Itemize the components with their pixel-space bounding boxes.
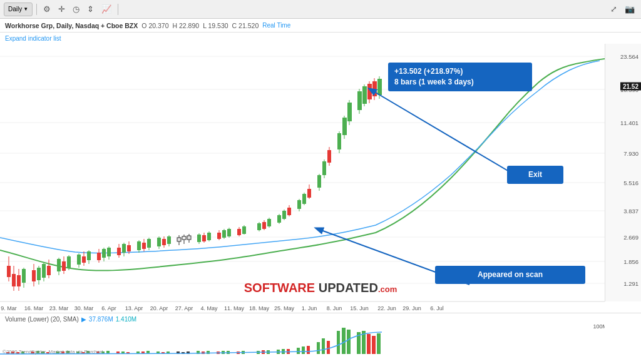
expand-icon[interactable]: ⤢ <box>608 3 620 16</box>
svg-rect-94 <box>282 211 286 219</box>
svg-rect-30 <box>62 261 66 271</box>
settings-icon[interactable]: ⚙ <box>41 3 53 16</box>
compare-icon[interactable]: ⇕ <box>85 3 96 16</box>
svg-rect-189 <box>317 342 320 354</box>
svg-rect-58 <box>157 238 161 246</box>
svg-rect-44 <box>107 248 111 256</box>
svg-rect-70 <box>197 235 201 242</box>
svg-text:25. May: 25. May <box>274 305 295 311</box>
svg-rect-32 <box>67 256 71 268</box>
svg-rect-187 <box>302 346 305 354</box>
svg-rect-26 <box>47 266 51 275</box>
svg-rect-22 <box>37 268 41 280</box>
volume-value1: 37.876M <box>89 316 113 323</box>
svg-rect-34 <box>77 255 81 265</box>
svg-text:11. May: 11. May <box>224 305 245 311</box>
svg-rect-116 <box>357 91 362 110</box>
svg-text:1. Jun: 1. Jun <box>302 305 317 311</box>
svg-rect-18 <box>22 269 26 283</box>
svg-rect-106 <box>322 161 326 175</box>
svg-rect-48 <box>122 244 126 253</box>
chart-info-bar: Workhorse Grp, Daily, Nasdaq + Cboe BZX … <box>0 19 641 33</box>
volume-icon: ▶ <box>81 316 86 323</box>
gain-line1: +13.502 (+218.97%) <box>394 66 526 77</box>
svg-rect-56 <box>147 239 151 248</box>
svg-text:20. Apr: 20. Apr <box>150 305 168 311</box>
svg-rect-92 <box>277 215 281 223</box>
y-label-1: 23.564 <box>620 53 638 60</box>
svg-rect-124 <box>377 79 382 95</box>
candlesticks <box>7 76 382 291</box>
expand-indicator-link[interactable]: Expand indicator list <box>0 33 641 44</box>
exit-arrow <box>369 89 526 181</box>
svg-rect-96 <box>287 208 291 215</box>
svg-rect-197 <box>367 334 371 354</box>
svg-rect-78 <box>222 230 226 238</box>
svg-rect-64 <box>177 238 181 241</box>
svg-text:22. Jun: 22. Jun <box>377 305 396 311</box>
svg-rect-118 <box>362 86 367 104</box>
toolbar-right: ⤢ 📷 <box>608 3 637 16</box>
period-arrow: ▼ <box>23 6 28 12</box>
svg-rect-193 <box>342 328 346 354</box>
volume-label: Volume (Lower) (20, SMA) <box>5 316 79 323</box>
watermark: SOFTWARE UPDATED.com <box>244 281 397 295</box>
y-label-4: 7.930 <box>623 150 638 157</box>
watermark-com: .com <box>378 285 397 294</box>
copyright-bar: ©2020 TrendSpider. Market data via Barch… <box>0 348 107 355</box>
y-label-6: 3.837 <box>623 208 638 215</box>
separator-2 <box>118 4 118 15</box>
period-selector[interactable]: Daily ▼ <box>4 3 33 16</box>
svg-text:29. Jun: 29. Jun <box>403 305 421 311</box>
y-label-7: 2.669 <box>623 234 638 241</box>
y-axis: 23.564 16.390 11.401 7.930 5.516 3.837 2… <box>605 44 641 301</box>
svg-rect-191 <box>327 341 330 354</box>
separator-1 <box>36 4 37 15</box>
svg-rect-192 <box>337 331 340 354</box>
crosshair-icon[interactable]: ✛ <box>56 3 68 16</box>
svg-rect-24 <box>42 264 46 278</box>
svg-rect-98 <box>297 200 301 209</box>
svg-rect-90 <box>267 219 271 226</box>
svg-rect-14 <box>12 274 16 286</box>
svg-rect-12 <box>7 266 11 277</box>
svg-rect-74 <box>207 233 211 240</box>
svg-rect-50 <box>127 245 131 251</box>
exit-label: Exit <box>528 170 542 179</box>
y-label-5: 5.516 <box>623 179 638 186</box>
svg-rect-100 <box>302 194 306 204</box>
chart-high: H 22.890 <box>173 22 200 29</box>
gain-line2: 8 bars (1 week 3 days) <box>394 77 526 88</box>
svg-rect-110 <box>337 133 341 149</box>
screenshot-icon[interactable]: 📷 <box>622 3 637 16</box>
y-label-9: 1.291 <box>623 280 638 287</box>
period-label: Daily <box>8 6 22 13</box>
y-label-3: 11.401 <box>620 119 638 126</box>
svg-rect-186 <box>297 348 300 354</box>
y-label-8: 1.856 <box>623 258 638 265</box>
svg-text:9. Mar: 9. Mar <box>1 305 17 311</box>
svg-rect-46 <box>117 248 121 255</box>
chart-main: 9. Mar 16. Mar 23. Mar 30. Mar 6. Apr 13… <box>0 44 641 313</box>
chart-type-icon[interactable]: 📈 <box>99 3 114 16</box>
svg-text:30. Mar: 30. Mar <box>74 305 94 311</box>
svg-text:100M: 100M <box>593 325 605 330</box>
svg-rect-38 <box>87 251 91 260</box>
svg-text:15. Jun: 15. Jun <box>350 305 369 311</box>
chart-low: L 19.530 <box>203 22 228 29</box>
clock-icon[interactable]: ◷ <box>70 3 82 16</box>
chart-open: O 20.370 <box>141 22 168 29</box>
svg-rect-28 <box>57 259 61 271</box>
current-price-box: 21.52 <box>620 83 641 91</box>
exit-annotation-box: Exit <box>507 166 563 184</box>
svg-rect-76 <box>217 233 221 239</box>
svg-rect-40 <box>97 253 101 260</box>
svg-rect-52 <box>137 241 141 250</box>
svg-rect-122 <box>372 81 377 96</box>
svg-rect-198 <box>372 336 376 354</box>
x-axis-labels: 9. Mar 16. Mar 23. Mar 30. Mar 6. Apr 13… <box>1 305 444 311</box>
watermark-software: SOFTWARE <box>244 281 315 295</box>
svg-text:8. Jun: 8. Jun <box>327 305 342 311</box>
svg-text:18. May: 18. May <box>249 305 270 311</box>
svg-rect-82 <box>237 229 241 235</box>
